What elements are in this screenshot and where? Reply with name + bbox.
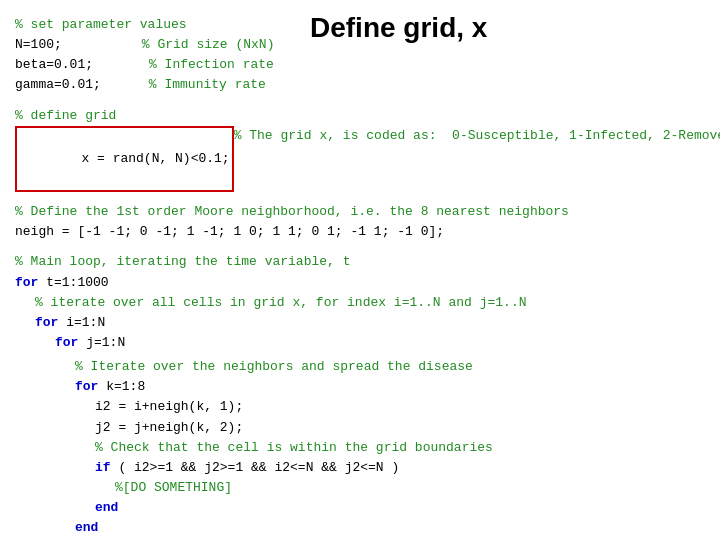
page-title: Define grid, x [310,12,487,43]
do-something-comment: %[DO SOMETHING] [115,478,232,498]
do-something-line: %[DO SOMETHING] [15,478,705,498]
j2-code: j2 = j+neigh(k, 2); [95,418,243,438]
for-i-line: for i=1:N [15,313,705,333]
define-neighbors-comment: % Define the 1st order Moore neighborhoo… [15,202,569,222]
beta-comment: % Infection rate [149,55,274,75]
x-line: x = rand(N, N)<0.1; % The grid x, is cod… [15,126,705,192]
main-container: Define grid, x % set parameter values N=… [0,0,720,540]
x-comment: % The grid x, is coded as: 0-Susceptible… [234,126,720,146]
end2-keyword: end [75,518,98,538]
end2-line: end [15,518,705,538]
iterate-neighbors-comment-line: % Iterate over the neighbors and spread … [15,357,705,377]
for-k-line: for k=1:8 [15,377,705,397]
neigh-line: neigh = [-1 -1; 0 -1; 1 -1; 1 0; 1 1; 0 … [15,222,705,242]
main-loop-comment: % Main loop, iterating the time variable… [15,252,350,272]
beta-line: beta=0.01; % Infection rate [15,55,705,75]
gamma-line: gamma=0.01; % Immunity rate [15,75,705,95]
if-keyword: if [95,458,118,478]
i2-line: i2 = i+neigh(k, 1); [15,397,705,417]
neigh-code: neigh = [-1 -1; 0 -1; 1 -1; 1 0; 1 1; 0 … [15,222,444,242]
title-box: Define grid, x [300,8,497,48]
j2-line: j2 = j+neigh(k, 2); [15,418,705,438]
main-loop-comment-line: % Main loop, iterating the time variable… [15,252,705,272]
for-i-code: i=1:N [66,313,105,333]
if-code: ( i2>=1 && j2>=1 && i2<=N && j2<=N ) [118,458,399,478]
x-code-highlight: x = rand(N, N)<0.1; [15,126,234,192]
for-t-line: for t=1:1000 [15,273,705,293]
define-neighbors-comment-line: % Define the 1st order Moore neighborhoo… [15,202,705,222]
end1-keyword: end [95,498,118,518]
check-boundaries-comment: % Check that the cell is within the grid… [95,438,493,458]
iterate-neighbors-comment: % Iterate over the neighbors and spread … [75,357,473,377]
for-i-keyword: for [35,313,66,333]
n-comment: % Grid size (NxN) [142,35,275,55]
iterate-cells-comment-line: % iterate over all cells in grid x, for … [15,293,705,313]
define-grid-comment: % define grid [15,106,116,126]
n-code: N=100; [15,35,62,55]
for-t-keyword: for [15,273,46,293]
code-block: % set parameter values N=100; % Grid siz… [15,15,705,540]
for-j-keyword: for [55,333,86,353]
gamma-code: gamma=0.01; [15,75,101,95]
gamma-comment: % Immunity rate [149,75,266,95]
i2-code: i2 = i+neigh(k, 1); [95,397,243,417]
define-grid-comment-line: % define grid [15,106,705,126]
for-j-line: for j=1:N [15,333,705,353]
for-t-code: t=1:1000 [46,273,108,293]
x-code: x = rand(N, N)<0.1; [81,151,229,166]
beta-code: beta=0.01; [15,55,93,75]
for-k-code: k=1:8 [106,377,145,397]
if-line: if ( i2>=1 && j2>=1 && i2<=N && j2<=N ) [15,458,705,478]
set-param-comment: % set parameter values [15,15,187,35]
iterate-cells-comment: % iterate over all cells in grid x, for … [35,293,526,313]
for-k-keyword: for [75,377,106,397]
for-j-code: j=1:N [86,333,125,353]
check-boundaries-comment-line: % Check that the cell is within the grid… [15,438,705,458]
end1-line: end [15,498,705,518]
